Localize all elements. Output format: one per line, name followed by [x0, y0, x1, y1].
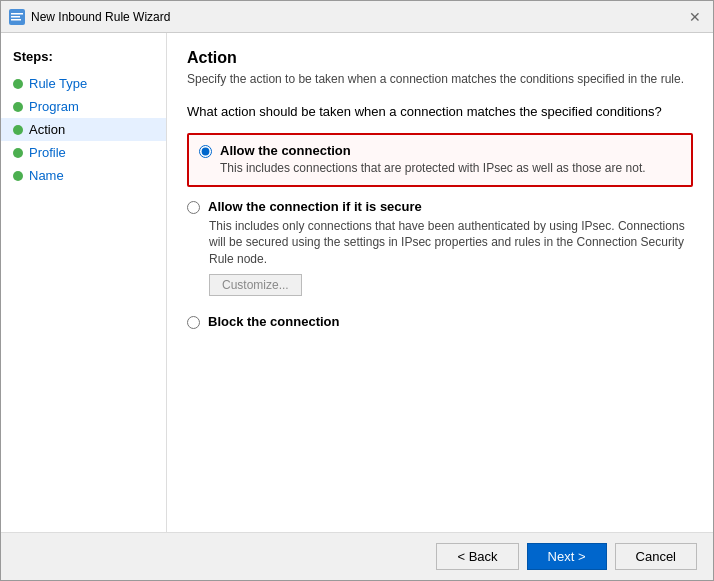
allow-connection-box: Allow the connection This includes conne…: [187, 133, 693, 187]
allow-secure-label: Allow the connection if it is secure: [208, 199, 422, 214]
footer: < Back Next > Cancel: [1, 532, 713, 580]
dot-icon-program: [13, 102, 23, 112]
wizard-icon: [9, 9, 25, 25]
allow-secure-radio[interactable]: [187, 201, 200, 214]
close-button[interactable]: ✕: [685, 7, 705, 27]
svg-rect-2: [11, 16, 20, 18]
sidebar-label-profile: Profile: [29, 145, 66, 160]
allow-radio[interactable]: [199, 145, 212, 158]
dot-icon-action: [13, 125, 23, 135]
sidebar-label-program: Program: [29, 99, 79, 114]
block-option-label: Block the connection: [208, 314, 339, 329]
dot-icon-profile: [13, 148, 23, 158]
sidebar-label-rule-type: Rule Type: [29, 76, 87, 91]
allow-secure-section: Allow the connection if it is secure Thi…: [187, 199, 693, 296]
allow-option-row: Allow the connection This includes conne…: [199, 143, 681, 177]
sidebar-heading: Steps:: [1, 45, 166, 72]
sidebar-label-action: Action: [29, 122, 65, 137]
sidebar-item-program[interactable]: Program: [1, 95, 166, 118]
block-option-row: Block the connection: [187, 314, 693, 329]
question-text: What action should be taken when a conne…: [187, 104, 693, 119]
main-content: Steps: Rule Type Program Action Profile …: [1, 33, 713, 532]
svg-rect-1: [11, 13, 23, 15]
svg-rect-3: [11, 19, 21, 21]
sidebar-item-action[interactable]: Action: [1, 118, 166, 141]
allow-option-desc: This includes connections that are prote…: [220, 160, 646, 177]
sidebar-item-profile[interactable]: Profile: [1, 141, 166, 164]
next-button[interactable]: Next >: [527, 543, 607, 570]
allow-secure-row: Allow the connection if it is secure: [187, 199, 693, 214]
page-description: Specify the action to be taken when a co…: [187, 71, 693, 88]
allow-option-content: Allow the connection This includes conne…: [220, 143, 646, 177]
dot-icon-rule-type: [13, 79, 23, 89]
sidebar-item-name[interactable]: Name: [1, 164, 166, 187]
allow-option-label: Allow the connection: [220, 143, 646, 158]
customize-button[interactable]: Customize...: [209, 274, 302, 296]
allow-secure-desc: This includes only connections that have…: [209, 218, 693, 268]
sidebar-label-name: Name: [29, 168, 64, 183]
block-radio[interactable]: [187, 316, 200, 329]
title-bar-left: New Inbound Rule Wizard: [9, 9, 170, 25]
sidebar: Steps: Rule Type Program Action Profile …: [1, 33, 167, 532]
cancel-button[interactable]: Cancel: [615, 543, 697, 570]
back-button[interactable]: < Back: [436, 543, 518, 570]
dot-icon-name: [13, 171, 23, 181]
main-area: Action Specify the action to be taken wh…: [167, 33, 713, 532]
title-bar: New Inbound Rule Wizard ✕: [1, 1, 713, 33]
page-title: Action: [187, 49, 693, 67]
wizard-window: New Inbound Rule Wizard ✕ Steps: Rule Ty…: [0, 0, 714, 581]
sidebar-item-rule-type[interactable]: Rule Type: [1, 72, 166, 95]
window-title: New Inbound Rule Wizard: [31, 10, 170, 24]
